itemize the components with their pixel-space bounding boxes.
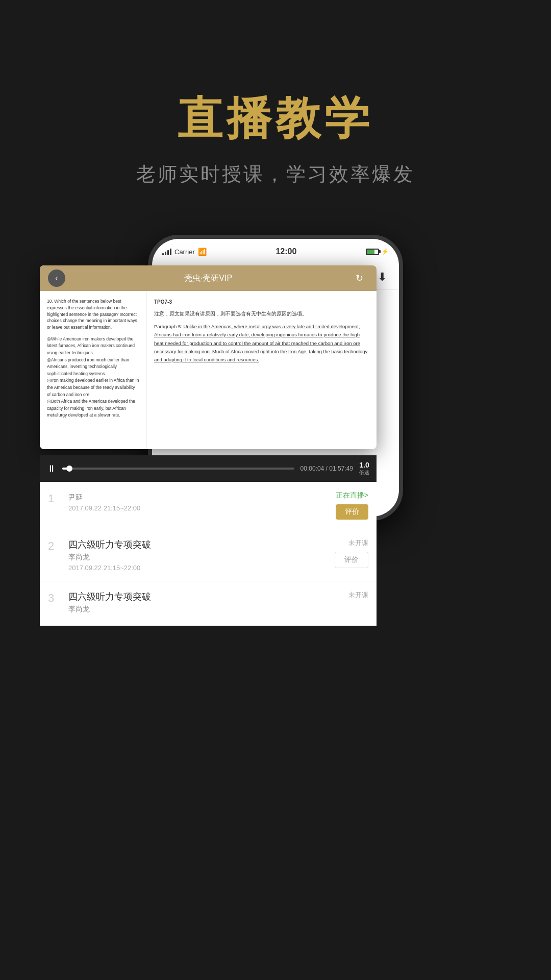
progress-time: 00:00:04 / 01:57:49 xyxy=(300,465,353,472)
overlay-tpo-title: TPO7-3 xyxy=(154,298,369,306)
course-info-3: 四六级听力专项突破 李尚龙 xyxy=(68,591,342,616)
overlay-option-1: ◎While American iron makers developed th… xyxy=(47,336,139,357)
overlay-left-panel: 10. Which of the sentences below best ex… xyxy=(40,291,147,449)
course-item-2: 2 四六级听力专项突破 李尚龙 2017.09.22 21:15~22:00 未… xyxy=(40,529,377,581)
course-status-2: 未开课 评价 xyxy=(335,538,368,568)
progress-track[interactable] xyxy=(62,468,294,470)
overlay-card: ‹ 壳虫·壳研VIP ↻ 10. Which of the sentences … xyxy=(40,265,377,449)
overlay-refresh-button[interactable]: ↻ xyxy=(351,270,368,287)
course-teacher-1: 尹延 xyxy=(68,493,330,502)
speed-label: 倍速 xyxy=(359,469,369,476)
overlay-note-text: 注意，原文如果没有讲原因，则不要选含有无中生有的原因的选项。 xyxy=(154,310,369,317)
overlay-option-2: ◎Africans produced iron much earlier tha… xyxy=(47,357,139,378)
course-number-3: 3 xyxy=(48,592,62,605)
overlay-prev-button[interactable]: ‹ xyxy=(48,270,65,287)
signal-bars-icon xyxy=(162,248,171,255)
total-time: 01:57:49 xyxy=(329,465,353,472)
phone-mockup-wrapper: Carrier 📶 12:00 ⚡ ‹ ⬇ xyxy=(0,235,551,755)
current-time: 00:00:04 xyxy=(300,465,324,472)
course-teacher-3: 李尚龙 xyxy=(68,605,342,614)
course-time-2: 2017.09.22 21:15~22:00 xyxy=(68,564,329,572)
overlay-right-panel: TPO7-3 注意，原文如果没有讲原因，则不要选含有无中生有的原因的选项。 Pa… xyxy=(147,291,377,449)
course-title-3: 四六级听力专项突破 xyxy=(68,591,342,603)
overlay-question-text: 10. Which of the sentences below best ex… xyxy=(47,298,139,331)
course-status-1: 正在直播> 评价 xyxy=(336,491,368,520)
progress-thumb xyxy=(66,465,72,472)
carrier-label: Carrier xyxy=(174,248,195,256)
course-title-2: 四六级听力专项突破 xyxy=(68,538,329,551)
overlay-option-4: ◎Both Africa and the Americas developed … xyxy=(47,398,139,419)
overlay-paragraph-text: Paragraph 5: Unlike in the Americas, whe… xyxy=(154,323,369,364)
live-status-label: 正在直播> xyxy=(336,491,368,500)
phone-status-left: Carrier 📶 xyxy=(162,248,207,256)
download-button[interactable]: ⬇ xyxy=(378,271,387,284)
hero-section: 直播教学 老师实时授课，学习效率爆发 xyxy=(0,0,551,235)
phone-status-bar: Carrier 📶 12:00 ⚡ xyxy=(152,239,399,264)
course-number-1: 1 xyxy=(48,492,62,505)
play-pause-button[interactable]: ⏸ xyxy=(47,463,56,474)
phone-battery: ⚡ xyxy=(366,248,389,255)
phone-time: 12:00 xyxy=(276,247,296,256)
course-number-2: 2 xyxy=(48,540,62,553)
overlay-content: 10. Which of the sentences below best ex… xyxy=(40,291,377,449)
course-list-section: 1 尹延 2017.09.22 21:15~22:00 正在直播> 评价 2 四… xyxy=(40,482,377,626)
course-time-1: 2017.09.22 21:15~22:00 xyxy=(68,504,330,512)
hero-title: 直播教学 xyxy=(178,88,373,149)
paragraph-label: Paragraph 5: xyxy=(154,324,184,329)
review-button-2[interactable]: 评价 xyxy=(335,552,368,568)
review-button-1[interactable]: 评价 xyxy=(336,504,368,520)
speed-value: 1.0 xyxy=(359,461,369,469)
not-started-label-3: 未开课 xyxy=(348,591,368,600)
paragraph-body: Unlike in the Americas, where metallurgy… xyxy=(154,324,367,362)
overlay-option-3: ◎Iron making developed earlier in Africa… xyxy=(47,377,139,398)
not-started-label-2: 未开课 xyxy=(348,538,368,548)
overlay-card-header: ‹ 壳虫·壳研VIP ↻ xyxy=(40,265,377,291)
course-teacher-2: 李尚龙 xyxy=(68,553,329,562)
overlay-header-title: 壳虫·壳研VIP xyxy=(184,273,232,284)
hero-subtitle: 老师实时授课，学习效率爆发 xyxy=(136,161,415,187)
course-info-1: 尹延 2017.09.22 21:15~22:00 xyxy=(68,491,330,512)
course-status-3: 未开课 xyxy=(348,591,368,600)
bottom-section xyxy=(0,755,551,857)
progress-bar-section: ⏸ 00:00:04 / 01:57:49 1.0 倍速 xyxy=(40,455,377,482)
course-item-1: 1 尹延 2017.09.22 21:15~22:00 正在直播> 评价 xyxy=(40,482,377,529)
battery-icon xyxy=(366,249,379,255)
course-item-3: 3 四六级听力专项突破 李尚龙 未开课 xyxy=(40,581,377,626)
speed-control[interactable]: 1.0 倍速 xyxy=(359,461,369,476)
wifi-icon: 📶 xyxy=(198,248,207,256)
course-info-2: 四六级听力专项突破 李尚龙 2017.09.22 21:15~22:00 xyxy=(68,538,329,572)
